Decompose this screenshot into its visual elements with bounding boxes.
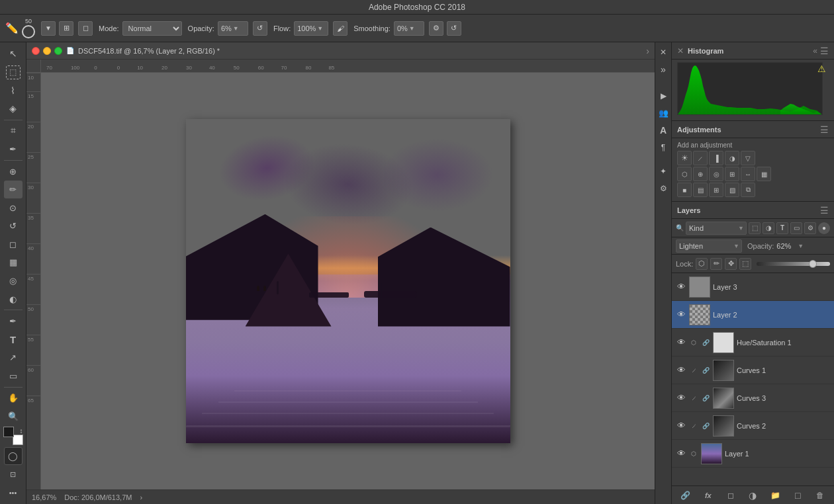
adjustments-menu-icon[interactable]: ☰: [820, 124, 829, 135]
panel-icon-type[interactable]: A: [656, 123, 671, 138]
tool-crop[interactable]: ⌗: [4, 122, 23, 140]
fill-slider-container[interactable]: [757, 262, 830, 266]
histogram-expand-icon[interactable]: «: [813, 46, 817, 56]
layer-item-layer2[interactable]: 👁 Layer 2: [672, 301, 834, 329]
lock-artboard-icon[interactable]: ⬚: [739, 258, 751, 270]
panel-collapse-icon[interactable]: ›: [646, 46, 649, 56]
tool-type[interactable]: T: [4, 331, 23, 349]
airbrush-btn[interactable]: 🖌: [333, 21, 348, 36]
brush-tool-icon[interactable]: ✏️: [5, 22, 19, 34]
layer-item-layer3[interactable]: 👁 Layer 3: [672, 273, 834, 301]
panel-icon-star[interactable]: ✦: [656, 164, 671, 179]
toggle-btn-2[interactable]: ◻: [78, 21, 93, 36]
histogram-menu-icon[interactable]: ☰: [820, 46, 829, 56]
layer-filter-smart[interactable]: ⚙: [804, 222, 816, 234]
panel-icon-people[interactable]: 👥: [656, 106, 671, 120]
tool-brush[interactable]: ✏: [4, 181, 23, 198]
layers-kind-select[interactable]: Kind: [686, 222, 747, 235]
layer-item-layer1[interactable]: 👁 ⬡ Layer 1: [672, 440, 834, 468]
adj-pattern-icon[interactable]: ▤: [693, 183, 708, 197]
adj-photo-icon[interactable]: ◎: [709, 167, 723, 181]
tool-gradient[interactable]: ▦: [4, 254, 23, 272]
minimize-btn[interactable]: [43, 47, 51, 55]
layer1-visibility-eye[interactable]: 👁: [676, 448, 686, 459]
flow-display[interactable]: 100% ▼: [294, 21, 328, 36]
lock-position-icon[interactable]: ✥: [725, 258, 737, 270]
tool-pen[interactable]: ✒: [4, 312, 23, 330]
layer-item-curves3[interactable]: 👁 ⟋ 🔗 Curves 3: [672, 384, 834, 412]
quick-mask-btn[interactable]: ◯: [4, 447, 23, 465]
maximize-btn[interactable]: [54, 47, 62, 55]
close-btn[interactable]: [32, 47, 40, 55]
tool-path-select[interactable]: ↗: [4, 349, 23, 367]
adj-invert-icon[interactable]: ↔: [741, 167, 755, 181]
settings-btn[interactable]: ⚙: [429, 21, 443, 36]
layer2-visibility-eye[interactable]: 👁: [676, 310, 686, 320]
adj-curves-icon[interactable]: ⟋: [693, 151, 708, 165]
tool-blur[interactable]: ◎: [4, 272, 23, 290]
pen-pressure-btn[interactable]: ↺: [447, 21, 461, 36]
adj-solidcolor-icon[interactable]: ■: [677, 183, 692, 197]
adj-selective-icon[interactable]: ⧉: [741, 183, 755, 197]
layer-filter-toggle[interactable]: ●: [818, 222, 830, 234]
tool-move[interactable]: ↖: [4, 45, 23, 63]
opacity-display[interactable]: 6% ▼: [218, 21, 248, 36]
layer-item-huesat[interactable]: 👁 ⬡ 🔗 Hue/Saturation 1: [672, 329, 834, 357]
layer-filter-type[interactable]: T: [776, 222, 788, 234]
color-swatches[interactable]: ↕: [3, 427, 23, 445]
tool-heal[interactable]: ⊕: [4, 163, 23, 181]
add-mask-btn[interactable]: ◻: [723, 488, 738, 503]
layer-item-curves2[interactable]: 👁 ⟋ 🔗 Curves 2: [672, 412, 834, 440]
expand-panels-btn[interactable]: »: [656, 62, 671, 77]
adj-threshold-icon[interactable]: ⊞: [709, 183, 723, 197]
huesat-chain-icon[interactable]: 🔗: [701, 338, 710, 347]
tool-shape[interactable]: ▭: [4, 367, 23, 385]
tool-zoom[interactable]: 🔍: [4, 407, 23, 425]
blend-mode-select[interactable]: Lighten: [676, 239, 742, 253]
adj-brightness-icon[interactable]: ☀: [677, 151, 692, 165]
more-tools-btn[interactable]: •••: [4, 484, 23, 502]
adj-exposure-icon[interactable]: ◑: [725, 151, 739, 165]
adj-posterize-icon[interactable]: ▧: [725, 183, 739, 197]
panel-icon-paragraph[interactable]: ¶: [656, 140, 671, 155]
curves2-visibility-eye[interactable]: 👁: [676, 421, 686, 431]
adj-gradient-icon[interactable]: ▦: [757, 167, 771, 181]
tool-hand[interactable]: ✋: [4, 390, 23, 407]
tool-select-object[interactable]: ◈: [4, 100, 23, 118]
opacity-dropdown-arrow[interactable]: ▼: [798, 243, 804, 249]
foreground-color[interactable]: [3, 427, 14, 437]
opacity-value-display[interactable]: 62%: [776, 242, 795, 250]
screen-mode-btn[interactable]: ⊡: [4, 466, 23, 483]
tool-eyedropper[interactable]: ✒: [4, 140, 23, 158]
add-group-btn[interactable]: 📁: [768, 488, 782, 503]
huesat-visibility-eye[interactable]: 👁: [676, 337, 686, 348]
tool-history-brush[interactable]: ↺: [4, 218, 23, 235]
layer-item-curves1[interactable]: 👁 ⟋ 🔗 Curves 1: [672, 357, 834, 384]
adj-colorbalance-icon[interactable]: ⊕: [693, 167, 708, 181]
add-adjustment-btn[interactable]: ◑: [745, 488, 760, 503]
link-layers-btn[interactable]: 🔗: [678, 488, 693, 503]
tool-select-rect[interactable]: ⬚: [6, 65, 21, 79]
smoothing-display[interactable]: 0% ▼: [394, 21, 424, 36]
close-panels-btn[interactable]: ✕: [656, 45, 671, 60]
layer-filter-pixel[interactable]: ⬚: [749, 222, 761, 234]
mode-select[interactable]: Normal: [122, 21, 182, 36]
brush-toggle-btn[interactable]: ↺: [253, 21, 267, 36]
adj-vibrance-icon[interactable]: ▽: [741, 151, 755, 165]
curves2-chain-icon[interactable]: 🔗: [701, 421, 710, 431]
adj-levels-icon[interactable]: ▐: [709, 151, 723, 165]
panel-icon-settings[interactable]: ⚙: [656, 181, 671, 196]
toggle-btn-1[interactable]: ⊞: [59, 21, 73, 36]
new-layer-btn[interactable]: □: [790, 488, 805, 503]
tool-lasso[interactable]: ⌇: [4, 82, 23, 100]
layer-filter-adjustment[interactable]: ◑: [763, 222, 774, 234]
tool-eraser[interactable]: ◻: [4, 235, 23, 253]
tool-clone[interactable]: ⊙: [4, 199, 23, 217]
curves3-visibility-eye[interactable]: 👁: [676, 393, 686, 403]
layer3-visibility-eye[interactable]: 👁: [676, 282, 686, 292]
lock-brush-icon[interactable]: ✏: [710, 258, 722, 270]
curves1-visibility-eye[interactable]: 👁: [676, 365, 686, 376]
curves3-chain-icon[interactable]: 🔗: [701, 394, 710, 403]
histogram-close-icon[interactable]: ✕: [677, 46, 684, 56]
brush-options-btn[interactable]: ▼: [41, 21, 56, 36]
